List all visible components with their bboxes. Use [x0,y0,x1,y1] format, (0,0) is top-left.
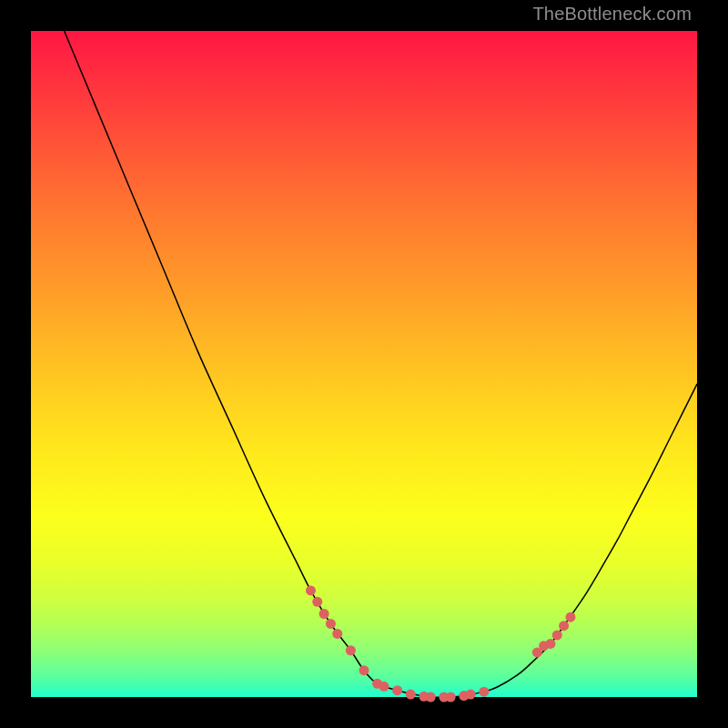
highlight-dot [446,693,456,703]
highlight-dot [346,645,356,655]
highlight-dot [306,585,316,595]
highlight-dot [426,693,436,703]
highlight-dot [552,630,562,640]
highlight-dot [406,690,416,700]
bottleneck-curve [65,31,697,697]
highlight-dot [479,687,489,697]
highlight-dot [545,639,555,649]
highlight-dot [319,609,329,619]
highlight-dot [326,619,336,629]
highlight-dot [359,665,369,675]
highlight-dot [559,621,569,631]
highlight-dot [379,682,389,692]
highlight-dot [312,597,322,607]
highlight-dot [466,690,476,700]
chart-area [31,31,697,697]
bottleneck-plot [31,31,697,697]
highlight-dot [565,612,575,622]
highlight-dot [332,629,342,639]
watermark-text: TheBottleneck.com [532,4,692,25]
highlight-dot [392,685,402,695]
